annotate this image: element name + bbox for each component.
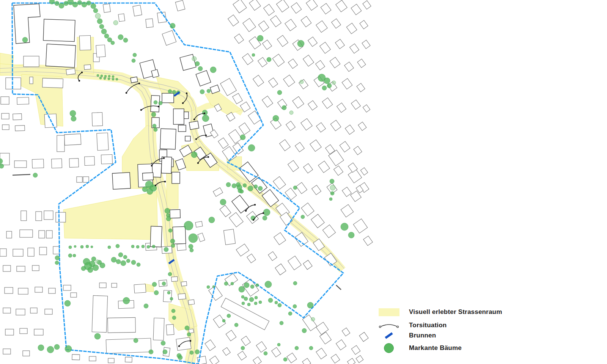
building [175,0,185,11]
tree [168,272,172,276]
building [354,146,362,155]
tree [191,152,197,158]
building [153,318,164,340]
building [262,96,273,107]
building [312,185,321,195]
site-plan-page: Visuell erlebter Strassenraum Torsituati… [0,0,607,364]
building [181,281,187,286]
building [57,135,64,152]
tree [144,304,148,308]
building [133,5,142,16]
tree [322,86,327,90]
building [285,19,296,31]
building [112,173,131,189]
building [49,288,55,293]
building [2,113,9,119]
tree [94,333,101,339]
tree [189,234,198,243]
building [287,353,297,363]
tree [73,254,76,257]
building [92,113,102,126]
tree [108,75,110,77]
tree [301,215,305,219]
tree [38,345,44,351]
tree [202,115,209,122]
building [306,0,318,11]
tree [190,351,193,355]
building [258,57,267,67]
building [248,111,261,124]
building [360,20,368,29]
building [108,358,114,363]
tree [297,40,304,47]
tree [132,59,135,63]
tree [330,191,334,195]
building [233,0,247,13]
building [348,169,362,183]
tree [108,78,110,80]
tree [154,290,159,295]
building [295,142,305,152]
tree [131,245,134,248]
tree [70,110,76,116]
building [229,212,243,227]
tree [93,265,99,271]
building [322,98,332,108]
tree [113,20,118,25]
tree [224,282,228,286]
building [316,60,325,70]
tree [163,350,167,354]
building [32,159,44,168]
building [69,158,79,168]
tree [22,37,28,42]
tree [249,297,254,302]
tree [91,3,96,9]
building [360,168,368,175]
building [303,260,312,270]
building [330,120,341,131]
building [249,0,261,11]
tree [237,185,242,190]
legend-item-baeume: Markante Bäume [370,343,462,353]
building [321,3,331,14]
building [357,59,366,68]
tree [116,259,121,264]
building [264,4,275,16]
tree [190,248,193,252]
building [363,1,371,9]
tree [332,81,336,85]
tree [147,245,150,248]
tree [293,186,297,190]
building [79,36,91,50]
building [143,173,154,180]
tree [263,216,267,220]
building [301,118,312,130]
tree [254,185,258,188]
tree [258,186,263,191]
building [5,329,14,335]
tree [164,247,168,252]
tree [247,303,250,306]
building [89,356,96,361]
tree [302,328,307,333]
tree [152,245,155,248]
building [344,62,354,72]
building [77,177,82,182]
tree [49,0,55,4]
tree [277,343,280,346]
building [272,347,281,357]
tree [184,221,193,230]
building [351,100,361,110]
building [112,283,117,287]
building [292,96,304,108]
tree [275,301,278,304]
building [205,340,215,351]
building [270,16,281,27]
building [30,77,33,84]
building [335,39,345,49]
tree [341,223,348,231]
building [171,276,178,281]
tree [171,309,175,313]
legend-item-label: Brunnen [409,332,436,339]
building [316,20,327,32]
